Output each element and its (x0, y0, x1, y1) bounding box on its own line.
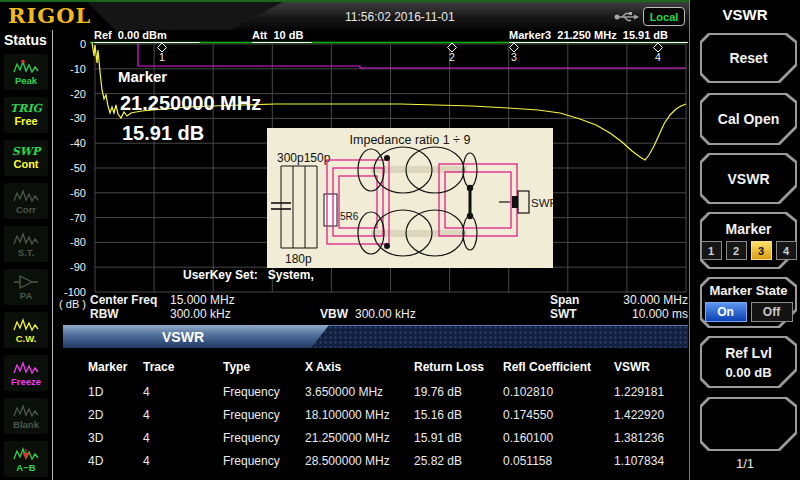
vbw-label: VBW (320, 307, 348, 321)
inset-cap-top-label: 300p150p (277, 151, 331, 165)
local-status-badge: Local (643, 7, 685, 26)
span-label: Span (550, 293, 579, 307)
table-cell: 2D (88, 408, 143, 422)
attenuation-readout: Att 10 dB (252, 30, 312, 43)
marker-key-4[interactable]: 4 (776, 241, 797, 260)
table-cell: 4 (143, 431, 223, 445)
table-cell: 15.16 dB (414, 408, 503, 422)
y-axis-tick: -10 (0, 63, 86, 75)
table-cell: 0.160100 (503, 431, 614, 445)
page-indicator: 1/1 (690, 456, 800, 471)
table-cell: 15.91 dB (414, 431, 503, 445)
table-cell: Frequency (223, 408, 305, 422)
schematic-inset-image: Impedance ratio 1 ÷ 9 300p150p 180p 5R6 (267, 128, 553, 272)
table-cell: 19.76 dB (414, 385, 503, 399)
waveform-icon (13, 360, 39, 376)
rbw-value: 300.00 kHz (170, 307, 231, 321)
table-cell: 4 (143, 454, 223, 468)
clock: 11:56:02 2016-11-01 (345, 10, 455, 24)
marker-number-4: 4 (655, 51, 661, 63)
marker-key-3[interactable]: 3 (751, 241, 772, 260)
vswr-button[interactable]: VSWR (700, 153, 797, 204)
inset-title: Impedance ratio 1 ÷ 9 (350, 133, 471, 147)
ref-lvl-button[interactable]: Ref Lvl 0.00 dB (700, 336, 797, 388)
center-freq-value: 15.000 MHz (170, 293, 235, 307)
table-cell: Frequency (223, 431, 305, 445)
marker-state-on-toggle[interactable]: On (705, 302, 747, 322)
table-cell: 1.107834 (614, 454, 688, 468)
table-cell: Frequency (223, 385, 305, 399)
blank-softkey[interactable] (700, 397, 797, 451)
reset-button[interactable]: Reset (700, 33, 797, 83)
y-axis-tick: -100 (0, 286, 86, 298)
status-indicator-c-w-: C.W. (4, 312, 48, 348)
marker-select-button[interactable]: Marker 1234 (700, 212, 797, 269)
indicator-label: Peak (15, 75, 37, 86)
indicator-label: Blank (13, 419, 39, 430)
marker-number-3: 3 (511, 51, 517, 63)
measurement-title-bar: VSWR (63, 325, 688, 348)
swt-label: SWT (550, 307, 577, 321)
table-cell: 21.250000 MHz (305, 431, 414, 445)
y-axis-tick: -80 (0, 236, 86, 248)
table-cell: 4 (143, 385, 223, 399)
swt-value: 10.000 ms (600, 307, 688, 321)
y-axis-unit: ( dB ) (0, 298, 86, 310)
waveform-icon (13, 403, 39, 419)
marker-key-2[interactable]: 2 (726, 241, 747, 260)
marker-readout-title: Marker (118, 68, 167, 85)
center-freq-label: Center Freq (90, 293, 157, 307)
cal-open-button[interactable]: Cal Open (700, 93, 797, 145)
y-axis-tick: -50 (0, 162, 86, 174)
column-header: Return Loss (414, 360, 503, 374)
status-indicator-freeze: Freeze (4, 355, 48, 391)
table-row: 2D4Frequency18.100000 MHz15.16 dB0.17455… (88, 408, 688, 422)
softkey-panel: VSWR Reset Cal Open VSWR Marker 1234 Mar… (690, 0, 800, 480)
resistor-symbol (324, 194, 337, 226)
marker-readout-amplitude: 15.91 dB (122, 122, 204, 145)
indicator-label: A−B (16, 462, 35, 473)
marker-number-2: 2 (449, 51, 455, 63)
table-row: 4D4Frequency28.500000 MHz25.82 dB0.05115… (88, 454, 688, 468)
column-header: Refl Coefficient (503, 360, 614, 374)
marker-state-off-toggle[interactable]: Off (751, 302, 793, 322)
inset-swr-label: SWR (531, 197, 553, 209)
table-cell: 1.422920 (614, 408, 688, 422)
indicator-label: Freeze (11, 376, 41, 387)
y-axis-tick: -40 (0, 137, 86, 149)
y-axis-tick: -90 (0, 261, 86, 273)
table-cell: Frequency (223, 454, 305, 468)
marker-number-keys: 1234 (701, 241, 797, 260)
trace-magenta (138, 43, 686, 68)
ref-level-readout: Ref 0.00 dBm (94, 30, 200, 43)
table-row: 3D4Frequency21.250000 MHz15.91 dB0.16010… (88, 431, 688, 445)
waveform-icon (13, 446, 39, 462)
rbw-label: RBW (90, 307, 119, 321)
status-indicator-blank: Blank (4, 398, 48, 434)
table-cell: 1.381236 (614, 431, 688, 445)
inset-resistor-label: 5R6 (340, 211, 359, 222)
table-cell: 28.500000 MHz (305, 454, 414, 468)
table-row: 1D4Frequency3.650000 MHz19.76 dB0.102810… (88, 385, 688, 399)
marker-key-1[interactable]: 1 (701, 241, 722, 260)
table-cell: 4D (88, 454, 143, 468)
status-indicator-a-b: A−B (4, 441, 48, 477)
table-cell: 18.100000 MHz (305, 408, 414, 422)
marker-readout-frequency: 21.250000 MHz (120, 92, 261, 115)
measurement-title: VSWR (63, 329, 303, 345)
active-marker-readout: Marker3 21.250 MHz 15.91 dB (509, 30, 688, 43)
marker-state-button[interactable]: Marker State On Off (700, 277, 797, 328)
table-cell: 25.82 dB (414, 454, 503, 468)
column-header: Type (223, 360, 305, 374)
y-axis-tick: 0 (0, 38, 86, 50)
top-bar: RIGOL 11:56:02 2016-11-01 Local (0, 2, 690, 30)
table-cell: 0.102810 (503, 385, 614, 399)
y-axis-tick: -60 (0, 187, 86, 199)
table-cell: 1D (88, 385, 143, 399)
table-cell: 0.174550 (503, 408, 614, 422)
column-header: X Axis (305, 360, 414, 374)
panel-separator (689, 0, 690, 480)
ref-lvl-value: 0.00 dB (725, 365, 771, 380)
column-header: VSWR (614, 360, 688, 374)
column-header: Marker (88, 360, 143, 374)
